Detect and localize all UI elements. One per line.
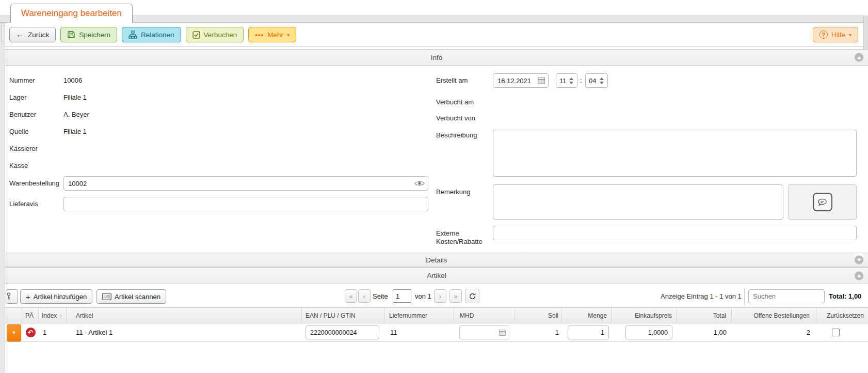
column-header-einkaufspreis[interactable]: Einkaufspreis <box>612 308 677 323</box>
externe-kosten-input[interactable] <box>493 226 857 240</box>
column-header-zuruecksetzen[interactable]: Zurücksetzen <box>816 308 868 323</box>
field-label-quelle: Quelle <box>9 128 29 136</box>
created-date-input-wrap <box>493 73 549 88</box>
bemerkung-textarea[interactable] <box>493 184 783 220</box>
section-title-details: Details <box>426 256 447 264</box>
column-header-offene-bestellungen[interactable]: Offene Bestellungen <box>732 308 816 323</box>
spinner-up-icon <box>569 77 573 80</box>
floppy-icon <box>67 30 75 39</box>
row-pa-cell: ↶ <box>22 323 39 341</box>
column-header-pa[interactable]: PÄ <box>22 308 39 323</box>
beschreibung-textarea[interactable] <box>493 130 857 177</box>
minute-stepper[interactable] <box>598 77 606 84</box>
articles-table-header: PÄ Index ↑ Artikel EAN / PLU / GTIN Lief… <box>5 307 868 323</box>
save-button[interactable]: Speichern <box>60 27 117 42</box>
expand-details-button[interactable] <box>855 256 863 265</box>
left-splitter-track[interactable] <box>0 23 5 373</box>
section-header-artikel: Artikel <box>5 267 868 284</box>
field-label-benutzer: Benutzer <box>9 111 36 119</box>
help-button[interactable]: ? Hilfe ▾ <box>813 27 858 42</box>
menge-input[interactable] <box>568 325 609 339</box>
hour-stepper[interactable] <box>567 77 575 84</box>
row-liefernummer-cell: 11 <box>384 323 454 341</box>
field-label-kassierer: Kassierer <box>9 145 38 153</box>
chevron-down-icon <box>857 258 861 261</box>
created-minute-input[interactable] <box>586 77 598 85</box>
plus-icon: + <box>26 292 30 301</box>
column-header-liefernummer[interactable]: Liefernummer <box>384 308 454 323</box>
collapse-artikel-button[interactable] <box>855 271 863 280</box>
page-prev-button[interactable]: ‹ <box>358 289 371 303</box>
calendar-icon[interactable] <box>496 330 509 336</box>
created-hour-input-wrap <box>556 73 577 88</box>
page-of-label: von 1 <box>415 292 431 300</box>
page-next-button[interactable]: › <box>434 289 446 303</box>
chevron-down-icon: ▼ <box>12 330 17 335</box>
field-label-verbucht-von: Verbucht von <box>436 114 475 122</box>
relations-button[interactable]: Relationen <box>122 27 181 42</box>
right-scrollbar[interactable] <box>863 15 868 49</box>
collapse-info-button[interactable] <box>855 53 863 62</box>
mhd-input-wrap <box>459 325 509 339</box>
field-value-benutzer: A. Beyer <box>63 111 89 119</box>
field-label-externe-kosten: Externe Kosten/Rabatte <box>436 229 493 246</box>
column-header-total[interactable]: Total <box>677 308 732 323</box>
price-change-undo-icon[interactable]: ↶ <box>26 328 36 337</box>
row-expander-cell: ▼ <box>5 323 22 341</box>
left-splitter-handle[interactable] <box>1 25 4 42</box>
checkbox-check-icon <box>192 31 200 39</box>
column-header-expander <box>5 308 22 323</box>
column-header-index[interactable]: Index ↑ <box>39 308 67 323</box>
barcode-icon <box>102 293 111 300</box>
created-hour-input[interactable] <box>556 77 567 85</box>
field-label-lieferavis: Lieferavis <box>9 200 38 208</box>
warenbestellung-input[interactable] <box>64 180 411 188</box>
mhd-date-input[interactable] <box>460 329 496 336</box>
ean-input[interactable] <box>306 325 379 339</box>
speech-bubble-icon <box>817 198 827 207</box>
einkaufspreis-input[interactable] <box>625 325 672 339</box>
section-header-info: Info <box>5 49 868 66</box>
tab-wareneingang-bearbeiten[interactable]: Wareneingang bearbeiten <box>10 4 133 23</box>
field-value-lager: Filiale 1 <box>63 94 87 102</box>
page-first-button[interactable]: « <box>345 289 357 303</box>
column-header-soll[interactable]: Soll <box>515 308 562 323</box>
spinner-down-icon <box>569 82 573 84</box>
column-header-artikel[interactable]: Artikel <box>67 308 302 323</box>
refresh-button[interactable] <box>465 289 479 303</box>
search-input[interactable] <box>748 289 825 303</box>
row-expander-button[interactable]: ▼ <box>7 324 21 341</box>
main-toolbar: ← Zurück Speichern Relationen Verbuchen … <box>5 23 863 47</box>
key-icon <box>6 292 11 301</box>
created-date-input[interactable] <box>493 77 535 85</box>
chevron-up-icon <box>857 274 861 277</box>
spinner-up-icon <box>600 77 604 80</box>
page-number-input[interactable] <box>393 289 411 303</box>
row-mhd-cell <box>454 323 515 341</box>
row-index-cell: 1 <box>39 323 67 341</box>
spinner-down-icon <box>600 82 604 84</box>
field-label-lager: Lager <box>9 94 26 102</box>
row-menge-cell <box>562 323 612 341</box>
page-last-button[interactable]: » <box>449 289 462 303</box>
display-range-info: Anzeige Eintrag 1 - 1 von 1 <box>661 292 742 300</box>
column-header-ean[interactable]: EAN / PLU / GTIN <box>302 308 384 323</box>
column-header-menge[interactable]: Menge <box>562 308 612 323</box>
article-table-row: ▼ ↶ 1 11 - Artikel 1 11 1 1,00 2 <box>5 323 868 342</box>
comment-bubble-button[interactable] <box>813 193 832 211</box>
field-label-erstellt-am: Erstellt am <box>436 76 468 85</box>
row-total-cell: 1,00 <box>677 323 732 341</box>
post-button[interactable]: Verbuchen <box>186 27 244 42</box>
eye-icon[interactable] <box>411 180 428 186</box>
calendar-icon[interactable] <box>535 77 548 84</box>
key-button[interactable] <box>6 289 18 304</box>
more-button[interactable]: ••• Mehr ▾ <box>248 27 296 42</box>
add-article-button[interactable]: + Artikel hinzufügen <box>20 289 92 304</box>
back-button[interactable]: ← Zurück <box>9 27 56 42</box>
column-header-mhd[interactable]: MHD <box>454 308 515 323</box>
section-header-details: Details <box>5 253 868 267</box>
sitemap-icon <box>128 30 137 39</box>
zuruecksetzen-checkbox[interactable] <box>832 329 840 336</box>
lieferavis-input[interactable] <box>63 197 428 211</box>
scan-article-button[interactable]: Artikel scannen <box>97 289 166 304</box>
